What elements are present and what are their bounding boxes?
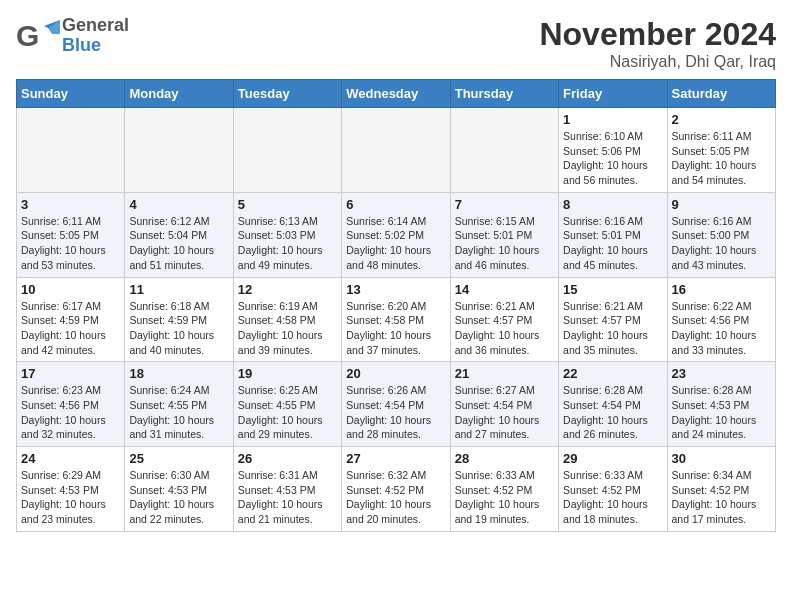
calendar-day-cell <box>125 108 233 193</box>
day-number: 8 <box>563 197 662 212</box>
calendar-day-cell: 24Sunrise: 6:29 AM Sunset: 4:53 PM Dayli… <box>17 447 125 532</box>
day-number: 19 <box>238 366 337 381</box>
day-info: Sunrise: 6:17 AM Sunset: 4:59 PM Dayligh… <box>21 299 120 358</box>
day-number: 13 <box>346 282 445 297</box>
day-number: 4 <box>129 197 228 212</box>
day-info: Sunrise: 6:25 AM Sunset: 4:55 PM Dayligh… <box>238 383 337 442</box>
day-info: Sunrise: 6:11 AM Sunset: 5:05 PM Dayligh… <box>21 214 120 273</box>
day-number: 22 <box>563 366 662 381</box>
logo-line1: General <box>62 16 129 36</box>
calendar-day-cell: 8Sunrise: 6:16 AM Sunset: 5:01 PM Daylig… <box>559 192 667 277</box>
logo: G General Blue <box>16 16 129 56</box>
day-number: 23 <box>672 366 771 381</box>
day-info: Sunrise: 6:32 AM Sunset: 4:52 PM Dayligh… <box>346 468 445 527</box>
calendar-day-header: Thursday <box>450 80 558 108</box>
day-info: Sunrise: 6:13 AM Sunset: 5:03 PM Dayligh… <box>238 214 337 273</box>
day-info: Sunrise: 6:16 AM Sunset: 5:01 PM Dayligh… <box>563 214 662 273</box>
calendar-day-cell: 3Sunrise: 6:11 AM Sunset: 5:05 PM Daylig… <box>17 192 125 277</box>
day-number: 12 <box>238 282 337 297</box>
calendar-day-cell: 17Sunrise: 6:23 AM Sunset: 4:56 PM Dayli… <box>17 362 125 447</box>
day-info: Sunrise: 6:26 AM Sunset: 4:54 PM Dayligh… <box>346 383 445 442</box>
calendar-day-cell: 21Sunrise: 6:27 AM Sunset: 4:54 PM Dayli… <box>450 362 558 447</box>
day-info: Sunrise: 6:22 AM Sunset: 4:56 PM Dayligh… <box>672 299 771 358</box>
day-number: 9 <box>672 197 771 212</box>
calendar-day-cell: 16Sunrise: 6:22 AM Sunset: 4:56 PM Dayli… <box>667 277 775 362</box>
calendar-day-cell <box>450 108 558 193</box>
location: Nasiriyah, Dhi Qar, Iraq <box>539 53 776 71</box>
day-info: Sunrise: 6:29 AM Sunset: 4:53 PM Dayligh… <box>21 468 120 527</box>
calendar-day-cell: 15Sunrise: 6:21 AM Sunset: 4:57 PM Dayli… <box>559 277 667 362</box>
day-number: 16 <box>672 282 771 297</box>
calendar-day-cell: 27Sunrise: 6:32 AM Sunset: 4:52 PM Dayli… <box>342 447 450 532</box>
calendar-day-cell: 23Sunrise: 6:28 AM Sunset: 4:53 PM Dayli… <box>667 362 775 447</box>
day-info: Sunrise: 6:16 AM Sunset: 5:00 PM Dayligh… <box>672 214 771 273</box>
calendar-day-cell: 18Sunrise: 6:24 AM Sunset: 4:55 PM Dayli… <box>125 362 233 447</box>
day-info: Sunrise: 6:18 AM Sunset: 4:59 PM Dayligh… <box>129 299 228 358</box>
calendar-day-header: Wednesday <box>342 80 450 108</box>
calendar-day-cell: 6Sunrise: 6:14 AM Sunset: 5:02 PM Daylig… <box>342 192 450 277</box>
calendar-day-header: Monday <box>125 80 233 108</box>
day-info: Sunrise: 6:15 AM Sunset: 5:01 PM Dayligh… <box>455 214 554 273</box>
day-info: Sunrise: 6:28 AM Sunset: 4:53 PM Dayligh… <box>672 383 771 442</box>
calendar-day-cell: 12Sunrise: 6:19 AM Sunset: 4:58 PM Dayli… <box>233 277 341 362</box>
day-info: Sunrise: 6:10 AM Sunset: 5:06 PM Dayligh… <box>563 129 662 188</box>
day-number: 29 <box>563 451 662 466</box>
calendar-day-cell: 4Sunrise: 6:12 AM Sunset: 5:04 PM Daylig… <box>125 192 233 277</box>
day-number: 20 <box>346 366 445 381</box>
calendar-day-cell: 28Sunrise: 6:33 AM Sunset: 4:52 PM Dayli… <box>450 447 558 532</box>
calendar-day-cell: 29Sunrise: 6:33 AM Sunset: 4:52 PM Dayli… <box>559 447 667 532</box>
day-info: Sunrise: 6:11 AM Sunset: 5:05 PM Dayligh… <box>672 129 771 188</box>
day-number: 2 <box>672 112 771 127</box>
calendar-day-cell: 25Sunrise: 6:30 AM Sunset: 4:53 PM Dayli… <box>125 447 233 532</box>
calendar-day-cell: 2Sunrise: 6:11 AM Sunset: 5:05 PM Daylig… <box>667 108 775 193</box>
calendar-day-header: Friday <box>559 80 667 108</box>
calendar-week-row: 10Sunrise: 6:17 AM Sunset: 4:59 PM Dayli… <box>17 277 776 362</box>
day-info: Sunrise: 6:27 AM Sunset: 4:54 PM Dayligh… <box>455 383 554 442</box>
calendar-day-cell: 5Sunrise: 6:13 AM Sunset: 5:03 PM Daylig… <box>233 192 341 277</box>
logo-icon: G <box>16 18 60 54</box>
calendar-day-cell: 13Sunrise: 6:20 AM Sunset: 4:58 PM Dayli… <box>342 277 450 362</box>
day-number: 14 <box>455 282 554 297</box>
svg-marker-2 <box>48 20 60 34</box>
day-number: 7 <box>455 197 554 212</box>
month-title: November 2024 <box>539 16 776 53</box>
day-info: Sunrise: 6:34 AM Sunset: 4:52 PM Dayligh… <box>672 468 771 527</box>
calendar-day-cell: 14Sunrise: 6:21 AM Sunset: 4:57 PM Dayli… <box>450 277 558 362</box>
day-number: 11 <box>129 282 228 297</box>
day-number: 21 <box>455 366 554 381</box>
calendar-day-cell: 19Sunrise: 6:25 AM Sunset: 4:55 PM Dayli… <box>233 362 341 447</box>
calendar-day-cell: 10Sunrise: 6:17 AM Sunset: 4:59 PM Dayli… <box>17 277 125 362</box>
calendar-week-row: 17Sunrise: 6:23 AM Sunset: 4:56 PM Dayli… <box>17 362 776 447</box>
day-info: Sunrise: 6:23 AM Sunset: 4:56 PM Dayligh… <box>21 383 120 442</box>
day-info: Sunrise: 6:21 AM Sunset: 4:57 PM Dayligh… <box>563 299 662 358</box>
calendar-day-cell: 30Sunrise: 6:34 AM Sunset: 4:52 PM Dayli… <box>667 447 775 532</box>
calendar-day-cell <box>342 108 450 193</box>
page-header: G General Blue November 2024 Nasiriyah, … <box>16 16 776 71</box>
calendar-day-header: Tuesday <box>233 80 341 108</box>
day-number: 10 <box>21 282 120 297</box>
calendar-week-row: 3Sunrise: 6:11 AM Sunset: 5:05 PM Daylig… <box>17 192 776 277</box>
calendar-header-row: SundayMondayTuesdayWednesdayThursdayFrid… <box>17 80 776 108</box>
day-info: Sunrise: 6:19 AM Sunset: 4:58 PM Dayligh… <box>238 299 337 358</box>
day-info: Sunrise: 6:24 AM Sunset: 4:55 PM Dayligh… <box>129 383 228 442</box>
day-number: 3 <box>21 197 120 212</box>
day-info: Sunrise: 6:31 AM Sunset: 4:53 PM Dayligh… <box>238 468 337 527</box>
calendar-day-cell: 20Sunrise: 6:26 AM Sunset: 4:54 PM Dayli… <box>342 362 450 447</box>
calendar-day-cell: 9Sunrise: 6:16 AM Sunset: 5:00 PM Daylig… <box>667 192 775 277</box>
logo-line2: Blue <box>62 36 129 56</box>
day-info: Sunrise: 6:28 AM Sunset: 4:54 PM Dayligh… <box>563 383 662 442</box>
day-info: Sunrise: 6:14 AM Sunset: 5:02 PM Dayligh… <box>346 214 445 273</box>
day-number: 30 <box>672 451 771 466</box>
day-info: Sunrise: 6:21 AM Sunset: 4:57 PM Dayligh… <box>455 299 554 358</box>
day-info: Sunrise: 6:33 AM Sunset: 4:52 PM Dayligh… <box>563 468 662 527</box>
day-info: Sunrise: 6:12 AM Sunset: 5:04 PM Dayligh… <box>129 214 228 273</box>
svg-text:G: G <box>16 19 39 52</box>
day-number: 25 <box>129 451 228 466</box>
day-number: 6 <box>346 197 445 212</box>
day-number: 26 <box>238 451 337 466</box>
calendar-day-cell: 11Sunrise: 6:18 AM Sunset: 4:59 PM Dayli… <box>125 277 233 362</box>
day-number: 17 <box>21 366 120 381</box>
day-info: Sunrise: 6:20 AM Sunset: 4:58 PM Dayligh… <box>346 299 445 358</box>
calendar-day-cell: 7Sunrise: 6:15 AM Sunset: 5:01 PM Daylig… <box>450 192 558 277</box>
calendar-day-header: Saturday <box>667 80 775 108</box>
